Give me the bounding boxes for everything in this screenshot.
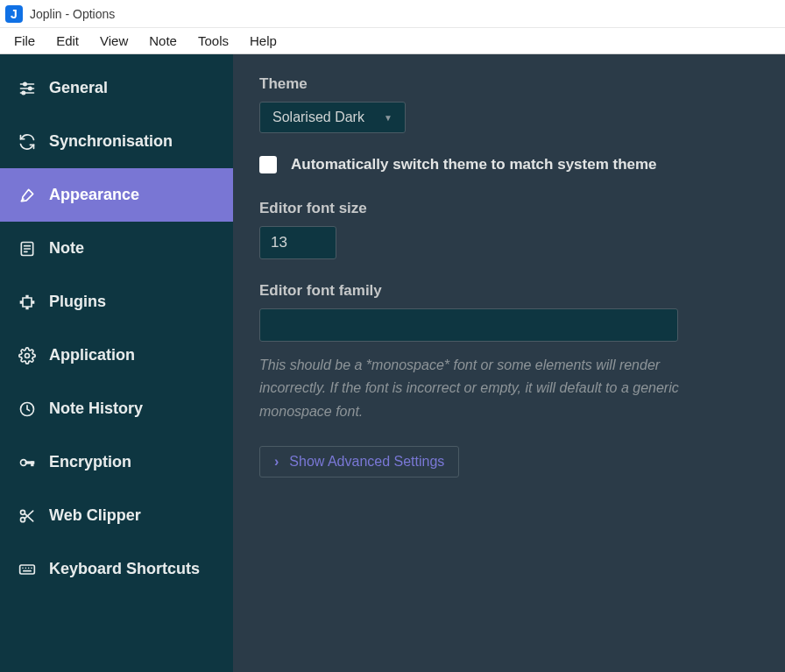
key-icon: [18, 453, 37, 472]
auto-theme-label: Automatically switch theme to match syst…: [291, 156, 657, 173]
sidebar-item-general[interactable]: General: [0, 61, 233, 115]
auto-theme-checkbox[interactable]: [259, 156, 277, 173]
font-size-label: Editor font size: [259, 200, 759, 217]
sync-icon: [18, 132, 37, 152]
scissors-icon: [18, 506, 37, 526]
sidebar-item-label: Plugins: [49, 293, 106, 311]
theme-label: Theme: [259, 75, 759, 93]
sidebar-item-label: Application: [49, 346, 135, 364]
svg-point-5: [22, 91, 25, 94]
sidebar-item-label: Note: [49, 239, 84, 258]
sidebar-item-synchronisation[interactable]: Synchronisation: [0, 115, 233, 168]
sidebar: General Synchronisation Appearance: [0, 54, 233, 672]
theme-select[interactable]: Solarised Dark ▼: [259, 102, 406, 133]
sidebar-item-keyboard-shortcuts[interactable]: Keyboard Shortcuts: [0, 542, 233, 596]
chevron-right-icon: ›: [274, 454, 279, 470]
sliders-icon: [18, 79, 37, 98]
font-family-help: This should be a *monospace* font or som…: [259, 354, 680, 423]
menubar: File Edit View Note Tools Help: [0, 28, 785, 54]
sidebar-item-note-history[interactable]: Note History: [0, 382, 233, 435]
note-icon: [18, 239, 37, 258]
font-family-label: Editor font family: [259, 282, 759, 300]
app-icon: J: [5, 5, 23, 23]
sidebar-item-appearance[interactable]: Appearance: [0, 168, 233, 222]
sidebar-item-label: Appearance: [49, 186, 139, 204]
svg-rect-19: [20, 565, 35, 574]
font-size-input[interactable]: [259, 226, 336, 259]
sidebar-item-web-clipper[interactable]: Web Clipper: [0, 489, 233, 542]
sidebar-item-plugins[interactable]: Plugins: [0, 275, 233, 329]
sidebar-item-label: Encryption: [49, 453, 131, 471]
menu-note[interactable]: Note: [138, 30, 187, 52]
font-family-input[interactable]: [259, 308, 678, 342]
theme-select-value: Solarised Dark: [272, 110, 364, 125]
show-advanced-button[interactable]: › Show Advanced Settings: [259, 446, 459, 477]
history-icon: [18, 400, 37, 419]
chevron-down-icon: ▼: [384, 113, 392, 123]
svg-point-10: [25, 353, 30, 357]
puzzle-icon: [18, 293, 37, 312]
sidebar-item-label: Keyboard Shortcuts: [49, 560, 200, 578]
gear-icon: [18, 346, 37, 365]
menu-edit[interactable]: Edit: [46, 30, 89, 52]
svg-point-1: [24, 82, 26, 85]
sidebar-item-label: General: [49, 79, 108, 97]
sidebar-item-application[interactable]: Application: [0, 329, 233, 382]
keyboard-icon: [18, 560, 37, 579]
window-title: Joplin - Options: [30, 7, 115, 21]
svg-rect-14: [32, 462, 33, 465]
svg-point-3: [29, 87, 32, 89]
sidebar-item-encryption[interactable]: Encryption: [0, 435, 233, 489]
sidebar-item-note[interactable]: Note: [0, 222, 233, 275]
app-icon-letter: J: [11, 7, 18, 21]
titlebar: J Joplin - Options: [0, 0, 785, 28]
settings-panel: Theme Solarised Dark ▼ Automatically swi…: [233, 54, 785, 672]
menu-view[interactable]: View: [89, 30, 138, 52]
sidebar-item-label: Synchronisation: [49, 132, 173, 151]
menu-file[interactable]: File: [4, 30, 46, 52]
show-advanced-label: Show Advanced Settings: [289, 454, 444, 470]
brush-icon: [18, 186, 37, 205]
sidebar-item-label: Web Clipper: [49, 506, 141, 525]
menu-help[interactable]: Help: [239, 30, 287, 52]
sidebar-item-label: Note History: [49, 400, 143, 418]
menu-tools[interactable]: Tools: [187, 30, 239, 52]
